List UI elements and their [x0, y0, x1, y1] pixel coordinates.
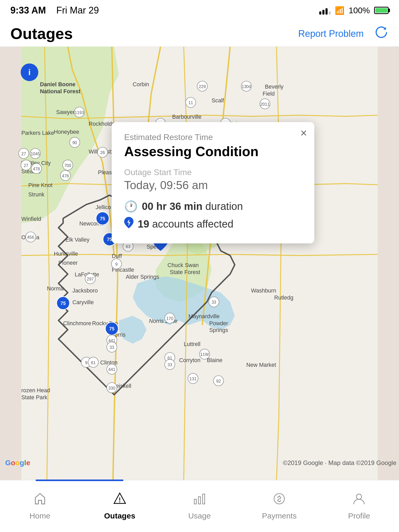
svg-text:27: 27 — [21, 151, 26, 156]
svg-text:New Market: New Market — [246, 362, 276, 368]
nav-payments-label: Payments — [262, 511, 297, 520]
svg-text:Rutledg: Rutledg — [274, 295, 294, 301]
popup-estimated-label: Estimated Restore Time — [124, 132, 302, 142]
svg-rect-156 — [198, 497, 201, 504]
svg-text:61: 61 — [91, 360, 96, 365]
report-problem-button[interactable]: Report Problem — [298, 28, 364, 39]
svg-text:33: 33 — [168, 362, 172, 367]
popup-status: Assessing Condition — [124, 144, 302, 159]
svg-text:Alder Springs: Alder Springs — [126, 274, 159, 280]
svg-text:27: 27 — [24, 163, 28, 168]
nav-profile[interactable]: Profile — [319, 492, 399, 520]
svg-text:Parkers Lake: Parkers Lake — [21, 130, 54, 136]
svg-text:33: 33 — [211, 300, 216, 304]
wifi-icon: 📶 — [335, 6, 344, 15]
payments-icon — [272, 492, 286, 509]
header: Outages Report Problem — [0, 21, 399, 47]
svg-text:441: 441 — [108, 367, 115, 372]
svg-text:11W: 11W — [200, 352, 209, 357]
battery-icon — [374, 7, 389, 14]
profile-icon — [352, 492, 366, 509]
status-right: 📶 100% — [319, 6, 389, 15]
svg-text:i: i — [28, 68, 31, 77]
svg-text:1304: 1304 — [242, 84, 251, 89]
svg-text:92: 92 — [216, 379, 221, 383]
popup-duration-row: 🕐 00 hr 36 min duration — [124, 200, 302, 213]
svg-text:Maynardville: Maynardville — [188, 313, 220, 320]
svg-text:75: 75 — [61, 301, 66, 306]
svg-text:90: 90 — [72, 140, 77, 145]
page-title: Outages — [10, 25, 73, 43]
outages-icon — [113, 492, 127, 509]
svg-text:1193: 1193 — [75, 110, 84, 115]
svg-text:Winfield: Winfield — [21, 216, 41, 222]
svg-text:Sawyer: Sawyer — [56, 109, 75, 115]
nav-home-label: Home — [30, 511, 50, 520]
svg-text:Beverly: Beverly — [265, 84, 284, 90]
nav-home[interactable]: Home — [0, 492, 80, 520]
refresh-button[interactable] — [374, 25, 389, 42]
svg-text:Washburn: Washburn — [251, 288, 276, 294]
svg-text:456: 456 — [27, 235, 34, 240]
svg-point-154 — [119, 501, 120, 502]
svg-text:State Park: State Park — [21, 394, 47, 401]
status-bar: 9:33 AM Fri Mar 29 📶 100% — [0, 0, 399, 21]
svg-text:63: 63 — [126, 244, 130, 249]
clock-icon: 🕐 — [124, 200, 138, 213]
svg-text:1045: 1045 — [31, 151, 40, 156]
svg-text:Norma: Norma — [47, 285, 63, 292]
svg-text:131: 131 — [190, 376, 197, 381]
nav-usage[interactable]: Usage — [159, 492, 239, 520]
signal-icon — [319, 6, 331, 15]
svg-text:Barbourville: Barbourville — [172, 114, 202, 120]
svg-text:Springs: Springs — [209, 327, 228, 333]
svg-text:Corryton: Corryton — [179, 357, 200, 363]
header-actions: Report Problem — [298, 25, 389, 42]
svg-rect-155 — [194, 499, 196, 504]
nav-outages[interactable]: Outages — [80, 492, 159, 520]
svg-text:9: 9 — [115, 262, 118, 267]
svg-text:Jacksboro: Jacksboro — [72, 288, 98, 294]
svg-text:297: 297 — [87, 277, 94, 281]
svg-text:75: 75 — [107, 237, 112, 242]
status-left: 9:33 AM Fri Mar 29 — [10, 5, 99, 16]
svg-text:11: 11 — [188, 100, 193, 105]
svg-text:478: 478 — [33, 167, 40, 171]
svg-text:State Forest: State Forest — [170, 269, 200, 275]
svg-text:Rockholds: Rockholds — [89, 121, 115, 127]
nav-payments[interactable]: Payments — [240, 492, 319, 520]
map-container[interactable]: Daniel Boone National Forest Sawyer Corb… — [0, 47, 399, 480]
svg-text:Luttrell: Luttrell — [184, 341, 200, 347]
svg-text:Duff: Duff — [112, 253, 122, 259]
popup-accounts-row: 19 accounts affected — [124, 217, 302, 231]
popup-start-label: Outage Start Time — [124, 168, 302, 177]
popup-start-time: Today, 09:56 am — [124, 179, 302, 192]
svg-text:33: 33 — [110, 345, 114, 350]
svg-text:Powder: Powder — [209, 320, 228, 327]
svg-text:Chuck Swan: Chuck Swan — [168, 262, 199, 268]
svg-text:Daniel Boone: Daniel Boone — [40, 81, 76, 88]
svg-text:Huntsville: Huntsville — [54, 251, 78, 257]
active-indicator — [36, 480, 123, 481]
svg-text:170: 170 — [166, 316, 173, 321]
lightning-pin-icon — [124, 217, 134, 231]
svg-text:Blaine: Blaine — [207, 357, 223, 363]
svg-text:Elk Valley: Elk Valley — [65, 237, 90, 243]
svg-text:9: 9 — [85, 360, 88, 365]
svg-text:Jellico: Jellico — [96, 204, 111, 210]
popup-accounts-text: 19 accounts affected — [138, 218, 233, 230]
svg-text:700: 700 — [64, 163, 71, 168]
popup-duration-text: 00 hr 36 min duration — [142, 201, 243, 212]
svg-rect-157 — [203, 494, 205, 504]
status-time: 9:33 AM — [10, 5, 46, 16]
svg-text:Corbin: Corbin — [133, 81, 149, 88]
svg-text:Scalf: Scalf — [211, 97, 224, 104]
popup-close-button[interactable]: × — [300, 127, 307, 139]
svg-text:26: 26 — [100, 150, 105, 155]
svg-text:Pioneer: Pioneer — [58, 260, 78, 266]
nav-outages-label: Outages — [104, 511, 135, 520]
svg-text:National Forest: National Forest — [40, 88, 81, 95]
svg-text:75: 75 — [100, 216, 105, 221]
svg-text:75: 75 — [109, 326, 115, 331]
nav-profile-label: Profile — [348, 511, 370, 520]
